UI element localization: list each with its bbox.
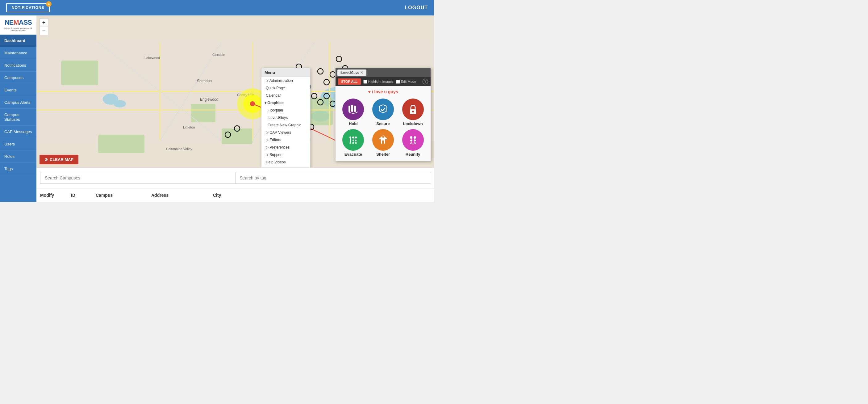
- svg-point-77: [349, 137, 351, 138]
- svg-point-79: [355, 137, 357, 138]
- svg-rect-71: [351, 105, 353, 112]
- lockdown-circle: [402, 98, 424, 120]
- sidebar-item-users[interactable]: Users: [0, 138, 36, 150]
- search-by-tag-input[interactable]: [236, 172, 431, 184]
- action-grid: Hold: [339, 97, 428, 158]
- secure-label: Secure: [376, 121, 390, 126]
- svg-rect-10: [222, 128, 252, 144]
- panel-logo-text: i love u guys: [372, 89, 398, 94]
- action-item-shelter[interactable]: Shelter: [370, 129, 397, 156]
- svg-rect-72: [354, 106, 356, 112]
- heart-icon: ♥: [368, 89, 370, 94]
- shelter-label: Shelter: [376, 152, 390, 156]
- hold-label: Hold: [349, 121, 358, 126]
- sidebar-item-cap-messages[interactable]: CAP Messages: [0, 126, 36, 138]
- hold-icon: [347, 103, 359, 116]
- panel-tab-iloveuguys[interactable]: iLoveUGuys ✕: [337, 69, 366, 76]
- dropdown-item-iloveuguys[interactable]: iLoveUGuys: [261, 114, 310, 121]
- edit-mode-checkbox[interactable]: [396, 80, 400, 84]
- reunify-icon: [407, 134, 419, 146]
- notifications-badge: 4: [46, 1, 52, 7]
- search-campuses-input[interactable]: [40, 172, 236, 184]
- sidebar-item-maintenance[interactable]: Maintenance: [0, 47, 36, 59]
- zoom-out-button[interactable]: −: [40, 27, 48, 35]
- table-col-id: ID: [71, 193, 96, 198]
- clear-map-button[interactable]: ⊗ CLEAR MAP: [39, 155, 79, 164]
- zoom-in-button[interactable]: +: [40, 19, 48, 27]
- action-item-secure[interactable]: Secure: [370, 98, 397, 126]
- svg-point-76: [412, 111, 414, 112]
- action-item-lockdown[interactable]: Lockdown: [399, 98, 426, 126]
- logo-tagline: Valcom Enterprise Management & Security …: [2, 27, 34, 31]
- dropdown-item-floorplan[interactable]: Floorplan: [261, 107, 310, 114]
- help-button[interactable]: ?: [423, 79, 428, 84]
- sidebar-item-notifications[interactable]: Notifications: [0, 59, 36, 71]
- notifications-button[interactable]: NOTIFICATIONS 4: [6, 3, 50, 12]
- svg-text:Englewood: Englewood: [200, 97, 218, 102]
- evacuate-circle: [342, 129, 364, 151]
- dropdown-item-editors[interactable]: ▷ Editors: [261, 136, 310, 144]
- svg-point-4: [114, 100, 126, 108]
- secure-circle: [372, 98, 394, 120]
- search-area: [36, 167, 434, 188]
- highlight-images-toggle[interactable]: Highlight Images: [363, 80, 394, 84]
- sidebar: NEMASS Valcom Enterprise Management & Se…: [0, 16, 36, 202]
- table-col-city: City: [213, 193, 430, 198]
- dropdown-item-support[interactable]: ▷ Support: [261, 151, 310, 158]
- sidebar-item-campus-statuses[interactable]: Campus Statuses: [0, 109, 36, 126]
- logout-button[interactable]: LOGOUT: [405, 5, 428, 10]
- dropdown-item-quick-page[interactable]: Quick Page: [261, 84, 310, 92]
- notifications-label: NOTIFICATIONS: [12, 5, 44, 10]
- top-bar: NOTIFICATIONS 4 LOGOUT: [0, 0, 434, 16]
- dropdown-item-preferences[interactable]: ▷ Preferences: [261, 144, 310, 151]
- svg-text:Columbine Valley: Columbine Valley: [166, 147, 192, 151]
- dropdown-item-graphics[interactable]: ▾ Graphics: [261, 99, 310, 107]
- sidebar-item-events[interactable]: Events: [0, 84, 36, 96]
- dropdown-item-help-videos[interactable]: Help Videos: [261, 158, 310, 166]
- edit-mode-label: Edit Mode: [401, 80, 416, 83]
- iloveuguys-panel: iLoveUGuys ✕ STOP ALL Highlight Images E…: [335, 68, 431, 161]
- panel-content: ♥ i love u guys: [336, 86, 431, 161]
- sidebar-item-campuses[interactable]: Campuses: [0, 71, 36, 84]
- action-item-evacuate[interactable]: Evacuate: [340, 129, 367, 156]
- sidebar-item-dashboard[interactable]: Dashboard: [0, 35, 36, 47]
- shelter-icon: [377, 134, 389, 146]
- edit-mode-toggle[interactable]: Edit Mode: [396, 80, 416, 84]
- svg-line-101: [411, 142, 412, 144]
- svg-text:Sheridan: Sheridan: [197, 79, 212, 83]
- svg-point-78: [352, 137, 354, 138]
- table-col-modify: Modify: [40, 193, 71, 198]
- logo-text: NEMASS: [2, 19, 34, 27]
- svg-point-29: [250, 101, 255, 106]
- highlight-images-label: Highlight Images: [368, 80, 394, 83]
- dropdown-item-logout[interactable]: Logout: [261, 166, 310, 167]
- svg-rect-94: [382, 141, 384, 144]
- highlight-images-checkbox[interactable]: [363, 80, 367, 84]
- svg-rect-70: [348, 106, 350, 112]
- map-container: Lakewood Glendale Englewood Cherry Hills…: [36, 16, 434, 167]
- reunify-label: Reunify: [406, 152, 421, 156]
- sidebar-item-tags[interactable]: Tags: [0, 163, 36, 175]
- action-item-reunify[interactable]: Reunify: [399, 129, 426, 156]
- dropdown-item-cap-viewers[interactable]: ▷ CAP Viewers: [261, 129, 310, 136]
- svg-text:Littleton: Littleton: [183, 125, 195, 129]
- svg-line-74: [382, 108, 385, 111]
- svg-rect-6: [191, 104, 215, 122]
- dropdown-header: Menu: [261, 68, 310, 77]
- action-item-hold[interactable]: Hold: [340, 98, 367, 126]
- svg-line-105: [415, 142, 416, 144]
- clear-map-icon: ⊗: [44, 157, 48, 162]
- evacuate-label: Evacuate: [344, 152, 362, 156]
- svg-text:Glendale: Glendale: [212, 53, 225, 57]
- panel-close-button[interactable]: ✕: [360, 70, 363, 75]
- dropdown-item-calendar[interactable]: Calendar: [261, 92, 310, 99]
- hold-circle: [342, 98, 364, 120]
- sidebar-item-roles[interactable]: Roles: [0, 150, 36, 163]
- logo-area: NEMASS Valcom Enterprise Management & Se…: [0, 16, 36, 35]
- stop-all-button[interactable]: STOP ALL: [338, 79, 361, 85]
- dropdown-item-administration[interactable]: ▷ Administration: [261, 77, 310, 84]
- shelter-circle: [372, 129, 394, 151]
- dropdown-item-create-graphic[interactable]: Create New Graphic: [261, 121, 310, 129]
- sidebar-item-campus-alerts[interactable]: Campus Alerts: [0, 96, 36, 109]
- evacuate-icon: [347, 134, 359, 146]
